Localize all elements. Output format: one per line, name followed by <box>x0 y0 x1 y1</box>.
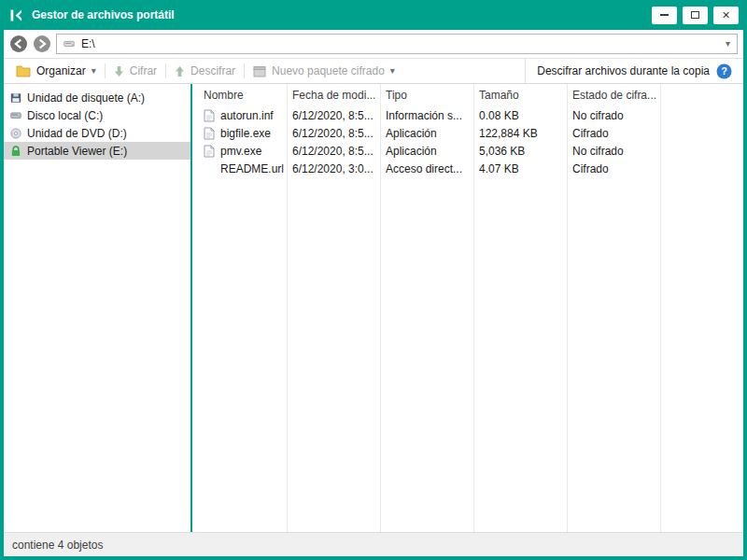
sidebar-item-label: Unidad de DVD (D:) <box>27 127 127 140</box>
organize-button[interactable]: Organizar ▾ <box>7 59 105 83</box>
status-text: contiene 4 objetos <box>12 539 103 552</box>
file-size: 122,884 KB <box>473 127 567 140</box>
new-package-dropdown-icon: ▾ <box>390 66 395 76</box>
dvd-disc-icon <box>10 127 21 140</box>
forward-button[interactable] <box>33 35 51 53</box>
address-dropdown-icon[interactable]: ▾ <box>726 39 730 49</box>
package-icon <box>253 65 266 77</box>
portable-file-manager-window: Gestor de archivos portátil × <box>0 0 747 560</box>
organize-label: Organizar <box>36 64 86 77</box>
help-icon[interactable]: ? <box>716 63 732 79</box>
file-modified: 6/12/2020, 8:5... <box>287 127 380 140</box>
green-lock-icon <box>10 145 21 158</box>
sidebar-item-drive-e[interactable]: Portable Viewer (E:) <box>4 142 190 160</box>
file-size: 4.07 KB <box>473 162 567 175</box>
file-row-autorun[interactable]: autorun.inf 6/12/2020, 8:5... Informació… <box>192 106 743 124</box>
sidebar-item-drive-d[interactable]: Unidad de DVD (D:) <box>4 124 190 142</box>
maximize-button[interactable] <box>683 7 708 24</box>
back-arrow-icon <box>9 35 28 53</box>
file-icon <box>204 145 215 158</box>
window-title: Gestor de archivos portátil <box>32 8 175 21</box>
navigation-bar: E:\ ▾ <box>4 30 743 58</box>
file-modified: 6/12/2020, 8:5... <box>287 145 380 158</box>
sidebar-item-drive-c[interactable]: Disco local (C:) <box>4 106 190 124</box>
copy-option-group: Descifrar archivos durante la copia ? <box>525 59 740 83</box>
status-bar: contiene 4 objetos <box>4 532 743 556</box>
file-row-readme[interactable]: README.url 6/12/2020, 3:0... Acceso dire… <box>192 160 743 177</box>
new-package-label: Nuevo paquete cifrado <box>272 64 385 77</box>
file-row-pmv[interactable]: pmv.exe 6/12/2020, 8:5... Aplicación 5,0… <box>192 142 743 160</box>
copy-option-label: Descifrar archivos durante la copia <box>537 64 710 77</box>
titlebar[interactable]: Gestor de archivos portátil × <box>0 0 747 30</box>
encrypt-label: Cifrar <box>130 64 157 77</box>
column-header-encryption-status[interactable]: Estado de cifra... <box>567 89 660 102</box>
minimize-button[interactable] <box>652 7 677 24</box>
file-modified: 6/12/2020, 8:5... <box>287 109 380 122</box>
file-encryption-status: Cifrado <box>567 162 660 175</box>
file-type: Aplicación <box>380 127 473 140</box>
column-header-type[interactable]: Tipo <box>380 89 473 102</box>
column-header-name[interactable]: Nombre <box>192 89 287 102</box>
window-controls: × <box>652 7 739 24</box>
maximize-icon <box>691 11 699 19</box>
forward-arrow-icon <box>33 35 51 53</box>
drive-sidebar: Unidad de disquete (A:) Disco local (C:) <box>4 84 190 532</box>
file-icon <box>204 127 215 140</box>
close-icon: × <box>722 8 729 21</box>
sidebar-item-label: Disco local (C:) <box>27 109 103 122</box>
window-content: E:\ ▾ Organizar ▾ Cifrar <box>4 30 743 556</box>
address-text: E:\ <box>81 37 719 50</box>
sidebar-item-label: Unidad de disquete (A:) <box>27 91 145 105</box>
encrypt-button[interactable]: Cifrar <box>106 59 165 83</box>
file-encryption-status: No cifrado <box>567 145 660 158</box>
file-list-header: Nombre Fecha de modi... Tipo Tamaño Esta… <box>192 84 743 106</box>
file-type: Acceso direct... <box>380 162 473 175</box>
file-name: README.url <box>220 162 284 175</box>
column-header-size[interactable]: Tamaño <box>473 89 567 102</box>
minimize-icon <box>660 14 669 16</box>
hard-disk-icon <box>10 109 21 121</box>
column-header-modified[interactable]: Fecha de modi... <box>287 89 380 102</box>
file-icon <box>204 109 215 122</box>
folder-icon <box>16 64 31 77</box>
main-area: Unidad de disquete (A:) Disco local (C:) <box>4 84 743 532</box>
file-size: 0.08 KB <box>473 109 567 122</box>
svg-text:?: ? <box>721 65 727 77</box>
file-list: Nombre Fecha de modi... Tipo Tamaño Esta… <box>192 84 743 532</box>
sidebar-item-label: Portable Viewer (E:) <box>27 145 127 158</box>
organize-dropdown-icon: ▾ <box>92 66 96 76</box>
kaspersky-logo-icon <box>8 7 24 23</box>
address-bar[interactable]: E:\ ▾ <box>56 34 738 54</box>
new-package-button[interactable]: Nuevo paquete cifrado ▾ <box>245 59 403 83</box>
floppy-disk-icon <box>10 91 21 105</box>
toolbar: Organizar ▾ Cifrar Descifrar <box>4 58 743 84</box>
drive-icon <box>63 38 75 49</box>
file-name: bigfile.exe <box>220 127 271 140</box>
file-name: pmv.exe <box>220 145 261 158</box>
decrypt-label: Descifrar <box>190 64 235 77</box>
file-modified: 6/12/2020, 3:0... <box>287 162 380 175</box>
file-encryption-status: No cifrado <box>567 109 660 122</box>
decrypt-button[interactable]: Descifrar <box>166 59 244 83</box>
file-type: Aplicación <box>380 145 473 158</box>
encrypt-arrow-down-icon <box>114 65 124 77</box>
sidebar-item-drive-a[interactable]: Unidad de disquete (A:) <box>4 89 190 106</box>
file-row-bigfile[interactable]: bigfile.exe 6/12/2020, 8:5... Aplicación… <box>192 124 743 142</box>
file-name: autorun.inf <box>220 109 274 122</box>
file-encryption-status: Cifrado <box>567 127 660 140</box>
file-type: Información s... <box>380 109 473 122</box>
decrypt-arrow-up-icon <box>175 65 185 77</box>
close-button[interactable]: × <box>713 7 739 24</box>
file-size: 5,036 KB <box>473 145 567 158</box>
back-button[interactable] <box>9 35 28 53</box>
